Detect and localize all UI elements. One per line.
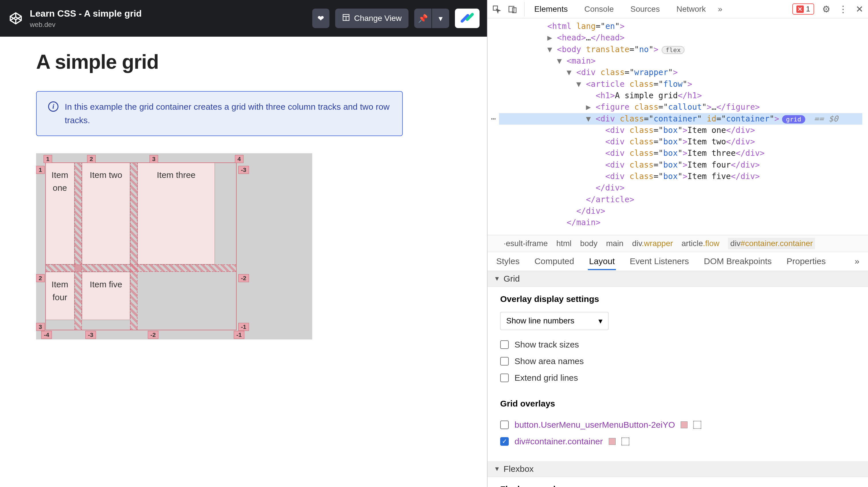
codepen-pane: Learn CSS - A simple grid web.dev ❤ Chan…	[0, 0, 487, 487]
pin-button[interactable]: 📌	[414, 9, 431, 28]
dom-node[interactable]: <h1>A simple grid</h1>	[499, 90, 862, 101]
checkbox[interactable]	[500, 421, 509, 429]
pin-dropdown-button[interactable]: ▾	[432, 9, 449, 28]
error-count: 1	[806, 5, 810, 13]
grid-container[interactable]: Item one Item two Item three Item four I…	[45, 162, 237, 330]
breadcrumb[interactable]: div#container.container	[728, 238, 815, 249]
codepen-logo-icon[interactable]	[7, 10, 24, 27]
dom-node[interactable]: <div class="box">Item five</div>	[499, 171, 862, 182]
info-icon: i	[48, 101, 58, 112]
subtab-overflow-button[interactable]: »	[854, 252, 861, 270]
dom-node[interactable]: <div class="box">Item four</div>	[499, 159, 862, 171]
grid-line-label: -3	[238, 166, 249, 174]
overlay-selector-label[interactable]: div#container.container	[515, 436, 603, 446]
breadcrumb[interactable]: ·esult-iframe	[504, 239, 548, 248]
dom-node[interactable]: ▼ <article class="flow">	[499, 79, 862, 90]
close-icon[interactable]: ✕	[856, 4, 863, 14]
flexbox-section-header[interactable]: ▼ Flexbox	[488, 461, 868, 477]
checkbox[interactable]	[500, 357, 509, 366]
info-callout: i In this example the grid container cre…	[36, 91, 403, 136]
grid-item[interactable]: Item five	[82, 272, 130, 320]
grid-line-label: 3	[36, 323, 45, 331]
subtab-styles[interactable]: Styles	[495, 252, 521, 270]
breadcrumb[interactable]: body	[580, 239, 597, 248]
flexbox-overlays-heading: Flexbox overlays	[500, 484, 856, 487]
grid-line-label: -1	[238, 323, 249, 331]
breadcrumb[interactable]: div.wrapper	[632, 239, 673, 248]
overlay-options-icon[interactable]	[621, 437, 629, 446]
tabbar-overflow-button[interactable]: »	[716, 3, 725, 16]
checkbox-label: Extend grid lines	[515, 373, 578, 383]
dom-tree[interactable]: <html lang="en"> ▶ <head>…</head> ▼ <bod…	[488, 18, 868, 235]
device-toolbar-icon[interactable]	[508, 5, 517, 13]
grid-item[interactable]: Item three	[137, 162, 215, 265]
breadcrumb[interactable]: html	[556, 239, 571, 248]
grid-demo-frame: Item one Item two Item three Item four I…	[36, 153, 312, 339]
svg-rect-7	[509, 6, 514, 12]
change-view-button[interactable]: Change View	[335, 9, 408, 28]
dom-node[interactable]: <div class="box">Item two</div>	[499, 136, 862, 148]
tab-network[interactable]: Network	[674, 3, 708, 16]
color-swatch[interactable]	[681, 421, 687, 428]
tab-console[interactable]: Console	[582, 3, 616, 16]
grid-item[interactable]: Item two	[82, 162, 130, 265]
pen-author[interactable]: web.dev	[30, 21, 142, 29]
checkbox[interactable]	[500, 340, 509, 349]
layout-icon	[342, 13, 350, 24]
inspect-element-icon[interactable]	[492, 5, 501, 13]
dom-node[interactable]: ▶ <head>…</head>	[499, 32, 862, 43]
checkbox[interactable]	[500, 373, 509, 382]
checkbox-label: Show area names	[515, 356, 584, 366]
dom-node[interactable]: ▶ <figure class="callout">…</figure>	[499, 101, 862, 113]
kebab-menu-icon[interactable]: ⋮	[838, 4, 848, 14]
overlay-options-icon[interactable]	[693, 421, 701, 429]
line-numbers-select[interactable]: Show line numbers ▾	[500, 312, 609, 330]
grid-item[interactable]: Item four	[45, 272, 74, 320]
devtools-pane: ElementsConsoleSourcesNetwork » ✕ 1 ⚙ ⋮ …	[487, 0, 868, 487]
error-badge[interactable]: ✕ 1	[793, 3, 814, 14]
styles-subtabbar: StylesComputedLayoutEvent ListenersDOM B…	[488, 252, 868, 271]
external-app-button[interactable]	[455, 9, 479, 28]
checkbox[interactable]	[500, 437, 509, 446]
tab-sources[interactable]: Sources	[628, 3, 662, 16]
tab-elements[interactable]: Elements	[532, 3, 570, 16]
error-icon: ✕	[796, 5, 804, 13]
dom-node[interactable]: ▼ <body translate="no">flex	[499, 44, 862, 55]
dom-node[interactable]: ▼ <div class="container" id="container">…	[499, 113, 862, 125]
pen-title[interactable]: Learn CSS - A simple grid	[30, 8, 142, 19]
dom-node[interactable]: </article>	[499, 194, 862, 205]
subtab-dom-breakpoints[interactable]: DOM Breakpoints	[703, 252, 773, 270]
codepen-header: Learn CSS - A simple grid web.dev ❤ Chan…	[0, 0, 487, 37]
checkbox-label: Show track sizes	[515, 340, 579, 349]
dom-node[interactable]: <html lang="en">	[499, 21, 862, 32]
subtab-layout[interactable]: Layout	[588, 252, 616, 270]
dom-node[interactable]: <div class="box">Item one</div>	[499, 125, 862, 136]
heart-icon: ❤	[317, 14, 324, 23]
dom-node[interactable]: <div class="box">Item three</div>	[499, 148, 862, 159]
dom-node[interactable]: </div>	[499, 205, 862, 217]
dom-node[interactable]: </main>	[499, 217, 862, 228]
subtab-event-listeners[interactable]: Event Listeners	[628, 252, 690, 270]
grid-overlay-row: button.UserMenu_userMenuButton-2eiYO	[500, 417, 856, 433]
grid-section-header[interactable]: ▼ Grid	[488, 271, 868, 287]
grid-line-label: -3	[85, 331, 96, 339]
subtab-properties[interactable]: Properties	[785, 252, 827, 270]
grid-line-label: 2	[87, 155, 96, 163]
color-swatch[interactable]	[609, 438, 616, 445]
grid-item[interactable]: Item one	[45, 162, 74, 265]
subtab-computed[interactable]: Computed	[533, 252, 575, 270]
overlay-selector-label[interactable]: button.UserMenu_userMenuButton-2eiYO	[515, 420, 675, 430]
gear-icon[interactable]: ⚙	[822, 4, 831, 14]
layout-panel[interactable]: ▼ Grid Overlay display settings Show lin…	[488, 271, 868, 487]
grid-line-label: 1	[36, 166, 45, 174]
breadcrumb[interactable]: main	[606, 239, 624, 248]
grid-line-label: -2	[238, 274, 249, 282]
dom-node[interactable]: ▼ <div class="wrapper">	[499, 67, 862, 78]
breadcrumbs[interactable]: ·esult-iframehtmlbodymaindiv.wrapperarti…	[488, 235, 868, 252]
grid-line-label: -1	[234, 331, 244, 339]
dom-node[interactable]: </div>	[499, 182, 862, 194]
chevron-down-icon: ▾	[439, 14, 443, 23]
dom-node[interactable]: ▼ <main>	[499, 55, 862, 67]
heart-button[interactable]: ❤	[312, 9, 330, 28]
breadcrumb[interactable]: article.flow	[682, 239, 719, 248]
